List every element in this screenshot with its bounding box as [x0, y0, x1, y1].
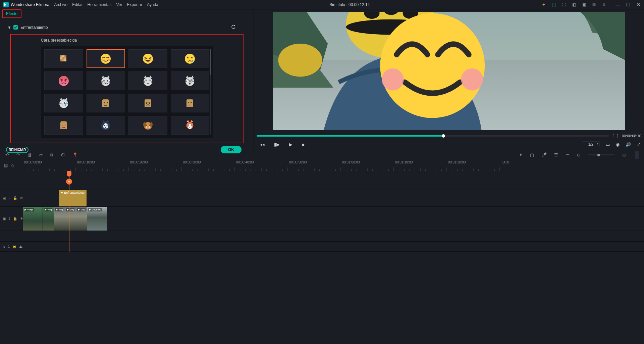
- video-clip[interactable]: ▶Viaje: [23, 207, 43, 231]
- redo-icon[interactable]: ↷: [16, 152, 20, 157]
- mic-icon[interactable]: 🎤: [541, 152, 547, 157]
- app-name: Wondershare Filmora: [11, 2, 49, 7]
- time-ruler[interactable]: 00:00:00:00 00:00:10:00 00:00:20:00 00:0…: [23, 160, 644, 171]
- preset-cat-surprised[interactable]: [171, 71, 210, 90]
- menu-ayuda[interactable]: Ayuda: [147, 2, 158, 7]
- svg-point-56: [191, 126, 192, 127]
- svg-rect-38: [145, 100, 151, 107]
- ruler-tick: 00:00:40:00: [236, 160, 254, 164]
- video-clip[interactable]: ▶Viaj: [43, 207, 54, 231]
- split-icon[interactable]: ✂: [39, 152, 43, 157]
- progress-bar[interactable]: [257, 135, 609, 137]
- svg-point-9: [101, 54, 111, 64]
- caret-down-icon[interactable]: ▼: [7, 25, 11, 30]
- volume-icon[interactable]: 🔊: [626, 142, 631, 147]
- preset-scrollbar[interactable]: [210, 49, 211, 135]
- shield-icon[interactable]: ▢: [530, 152, 534, 157]
- timeline-vertical-scrollbar[interactable]: [635, 151, 639, 159]
- page-selector[interactable]: 1/2: [582, 141, 600, 147]
- preset-dog[interactable]: [128, 116, 167, 135]
- preview-viewport[interactable]: [273, 12, 625, 130]
- download-icon[interactable]: ⇩: [601, 2, 607, 7]
- ruler-tick: 00:00:20:00: [130, 160, 148, 164]
- user-icon[interactable]: ◧: [571, 2, 577, 7]
- stop-icon[interactable]: ■: [302, 142, 305, 147]
- preset-husky[interactable]: [87, 116, 125, 135]
- video-lane[interactable]: ▶Viaje ▶Viaj ▶Viaj ▶Viaj ▶Viaj ▶Viaje 05: [23, 207, 644, 231]
- mixer-icon[interactable]: ✦: [519, 152, 523, 157]
- menu-exportar[interactable]: Exportar: [127, 2, 142, 7]
- effect-clip[interactable]: ★ Enfrentamiento: [59, 190, 87, 206]
- mark-in-icon[interactable]: {: [612, 134, 614, 138]
- effect-lane[interactable]: ★ Enfrentamiento: [23, 190, 644, 206]
- video-clip[interactable]: ▶Viaj: [65, 207, 76, 231]
- fit-icon[interactable]: ▭: [566, 152, 570, 157]
- effect-track-name: 2: [8, 196, 10, 200]
- step-back-icon[interactable]: ▮▶: [274, 142, 280, 147]
- preset-mosaic[interactable]: [44, 49, 83, 68]
- video-clip[interactable]: ▶Viaj: [54, 207, 65, 231]
- headphones-icon[interactable]: ◯: [551, 2, 556, 7]
- enable-effect-checkbox[interactable]: [13, 25, 18, 30]
- preset-cat-angry[interactable]: [87, 71, 125, 90]
- minimize-button[interactable]: —: [615, 2, 620, 7]
- video-clip[interactable]: ▶Viaj: [76, 207, 87, 231]
- close-button[interactable]: ✕: [637, 2, 641, 7]
- undo-icon[interactable]: ↶: [5, 152, 9, 157]
- svg-point-18: [61, 80, 62, 82]
- menu-herramientas[interactable]: Herramientas: [88, 2, 112, 7]
- zoom-in-icon[interactable]: ⊕: [622, 152, 626, 157]
- audio-lane[interactable]: [23, 242, 644, 251]
- gift-icon[interactable]: ⛶: [561, 2, 567, 7]
- ruler-tick: 00:01:10:00: [395, 160, 413, 164]
- save-icon[interactable]: ▣: [581, 2, 587, 7]
- prev-frame-icon[interactable]: ◂◂: [260, 142, 265, 147]
- marker-icon[interactable]: 📍: [72, 152, 78, 157]
- full-preview-icon[interactable]: ▭: [606, 142, 610, 147]
- preset-box-love[interactable]: [44, 116, 83, 135]
- preset-sad-tear[interactable]: [171, 49, 210, 68]
- lock-icon[interactable]: 🔓: [12, 245, 16, 248]
- tab-efecto[interactable]: Efecto: [2, 9, 21, 18]
- preset-box-angry[interactable]: [128, 94, 167, 112]
- mark-out-icon[interactable]: }: [617, 134, 619, 138]
- video-track-name: 1: [8, 217, 10, 220]
- manage-tracks-icon[interactable]: ▤: [4, 163, 8, 168]
- preset-cat-cry[interactable]: [44, 94, 83, 112]
- delete-icon[interactable]: 🗑: [28, 152, 32, 157]
- preset-box-frown[interactable]: [171, 94, 210, 112]
- spacer-track: [0, 171, 644, 190]
- menu-ver[interactable]: Ver: [116, 2, 122, 7]
- lock-icon[interactable]: 🔓: [13, 196, 17, 200]
- zoom-slider[interactable]: [588, 154, 615, 155]
- play-icon[interactable]: ▶: [289, 142, 292, 147]
- reload-icon[interactable]: [231, 24, 236, 31]
- maximize-button[interactable]: ❐: [626, 2, 631, 7]
- reset-button[interactable]: REINICIAR: [6, 147, 29, 153]
- snapshot-icon[interactable]: ◉: [616, 142, 620, 147]
- playback-left: ◂◂ ▮▶ ▶ ■: [260, 142, 305, 147]
- preset-cat-smile[interactable]: [128, 71, 167, 90]
- snap-icon[interactable]: ◇: [11, 163, 14, 168]
- menu-editar[interactable]: Editar: [72, 2, 83, 7]
- crop-icon[interactable]: ⧉: [50, 152, 53, 158]
- zoom-out-icon[interactable]: ⊖: [577, 152, 581, 157]
- preset-smile-blush[interactable]: [87, 49, 125, 68]
- progress-knob[interactable]: [442, 134, 445, 138]
- mail-icon[interactable]: ✉: [591, 2, 597, 7]
- menu-archivo[interactable]: Archivo: [54, 2, 67, 7]
- preset-angry-red[interactable]: [44, 71, 83, 90]
- preset-laugh[interactable]: [128, 49, 167, 68]
- speed-icon[interactable]: ⏱: [61, 152, 65, 157]
- fullscreen-icon[interactable]: ⤢: [637, 142, 641, 147]
- lightbulb-icon[interactable]: ✦: [541, 2, 546, 7]
- svg-rect-41: [186, 100, 193, 107]
- video-clip[interactable]: ▶Viaje 05: [87, 207, 107, 231]
- lock-icon[interactable]: 🔓: [13, 217, 17, 220]
- preset-fox[interactable]: [171, 116, 210, 135]
- preset-box-sad[interactable]: [87, 94, 125, 112]
- ok-button[interactable]: OK: [221, 146, 241, 153]
- ruler-tick: 00:00:30:00: [183, 160, 201, 164]
- list-icon[interactable]: ☰: [554, 152, 558, 157]
- svg-point-27: [188, 81, 189, 82]
